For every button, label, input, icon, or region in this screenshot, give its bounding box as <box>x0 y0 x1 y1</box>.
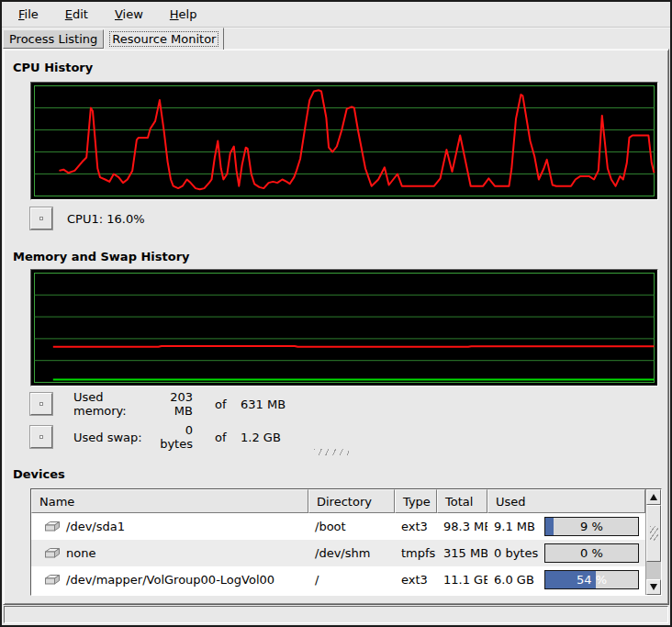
device-type: ext3 <box>395 573 437 587</box>
device-type: tmpfs <box>395 546 437 560</box>
device-total: 98.3 MB <box>437 520 487 533</box>
device-used: 6.0 GB <box>494 573 534 587</box>
thumb-grip-icon <box>650 526 658 541</box>
device-total: 315 MB <box>437 546 487 560</box>
cpu-history-graph <box>30 82 658 200</box>
scrollbar-thumb[interactable] <box>646 505 661 562</box>
devices-table: Name Directory Type Total Used /dev/sda1 <box>30 488 662 596</box>
hard-disk-icon <box>44 547 61 559</box>
usage-progressbar: 0 % <box>544 543 639 563</box>
menu-edit[interactable]: Edit <box>53 4 100 25</box>
swap-color-button[interactable] <box>30 426 52 448</box>
cpu-history-chart <box>31 83 657 199</box>
usage-progressbar: 9 % <box>544 517 639 536</box>
memory-color-button[interactable] <box>30 393 52 415</box>
tab-label: Process Listing <box>9 32 97 46</box>
hard-disk-icon <box>44 574 61 586</box>
memory-history-graph <box>30 269 658 386</box>
swap-legend-label: Used swap: <box>73 431 151 444</box>
device-total: 11.1 GB <box>437 573 487 587</box>
swap-legend-row: Used swap: 0 bytes of 1.2 GB <box>30 426 281 448</box>
memory-of-label: of <box>215 397 230 411</box>
cpu-legend-label: CPU1: 16.0% <box>67 212 145 226</box>
device-name: /dev/sda1 <box>66 520 125 533</box>
device-directory: /boot <box>308 520 395 533</box>
device-row[interactable]: /dev/sda1 /boot ext3 98.3 MB 9.1 MB 9 % <box>31 513 645 540</box>
column-header-type[interactable]: Type <box>395 489 437 513</box>
devices-table-content: Name Directory Type Total Used /dev/sda1 <box>31 489 645 595</box>
swap-total-value: 1.2 GB <box>241 431 281 444</box>
memory-legend-row: Used memory: 203 MB of 631 MB <box>30 393 286 415</box>
memory-history-title: Memory and Swap History <box>13 250 190 263</box>
column-header-total[interactable]: Total <box>437 489 487 513</box>
progress-label: 9 % <box>545 518 638 535</box>
cpu-color-button[interactable] <box>30 207 52 230</box>
scroll-down-button[interactable] <box>646 579 661 595</box>
device-name: /dev/mapper/VolGroup00-LogVol00 <box>66 573 274 587</box>
column-header-directory[interactable]: Directory <box>308 489 395 513</box>
device-directory: /dev/shm <box>308 546 395 560</box>
status-bar <box>4 606 668 623</box>
arrow-up-icon <box>650 494 657 500</box>
arrow-down-icon <box>650 584 657 590</box>
devices-table-header: Name Directory Type Total Used <box>31 489 645 513</box>
memory-used-value: 203 MB <box>151 390 193 418</box>
device-used: 9.1 MB <box>494 520 535 533</box>
memory-total-value: 631 MB <box>241 397 286 411</box>
scroll-up-button[interactable] <box>646 489 661 505</box>
menu-file[interactable]: File <box>6 4 50 25</box>
pane-resize-grip[interactable] <box>314 449 349 455</box>
menu-help[interactable]: Help <box>158 4 209 25</box>
column-header-used[interactable]: Used <box>487 489 645 513</box>
hard-disk-icon <box>44 521 61 532</box>
device-name: none <box>66 546 95 560</box>
scrollbar-track[interactable] <box>646 505 661 579</box>
cpu-legend: CPU1: 16.0% <box>30 207 145 230</box>
tab-label: Resource Monitor <box>110 32 218 46</box>
progress-label: 54 % <box>545 571 638 588</box>
resource-monitor-page: CPU History CPU1: 16.0% Memory and Swap … <box>3 49 669 605</box>
device-used: 0 bytes <box>494 546 538 560</box>
memory-legend-label: Used memory: <box>73 390 151 418</box>
device-row[interactable]: /dev/mapper/VolGroup00-LogVol00 / ext3 1… <box>31 566 645 593</box>
column-header-name[interactable]: Name <box>31 489 308 513</box>
notebook-tabs: Process Listing Resource Monitor <box>3 28 224 50</box>
menu-bar: File Edit View Help <box>2 2 670 28</box>
swap-of-label: of <box>215 431 230 444</box>
progress-label: 0 % <box>545 544 638 562</box>
tab-resource-monitor[interactable]: Resource Monitor <box>104 28 224 50</box>
devices-scrollbar[interactable] <box>645 489 661 595</box>
system-monitor-window: File Edit View Help Process Listing Reso… <box>0 0 672 627</box>
memory-history-chart <box>31 270 657 386</box>
device-directory: / <box>308 573 395 587</box>
device-type: ext3 <box>395 520 437 533</box>
swap-used-value: 0 bytes <box>151 423 193 451</box>
tab-process-listing[interactable]: Process Listing <box>3 29 104 49</box>
device-row[interactable]: none /dev/shm tmpfs 315 MB 0 bytes 0 % <box>31 540 645 566</box>
menu-view[interactable]: View <box>103 4 155 25</box>
cpu-history-title: CPU History <box>13 61 93 74</box>
usage-progressbar: 54 % <box>544 570 639 589</box>
devices-title: Devices <box>13 467 65 481</box>
